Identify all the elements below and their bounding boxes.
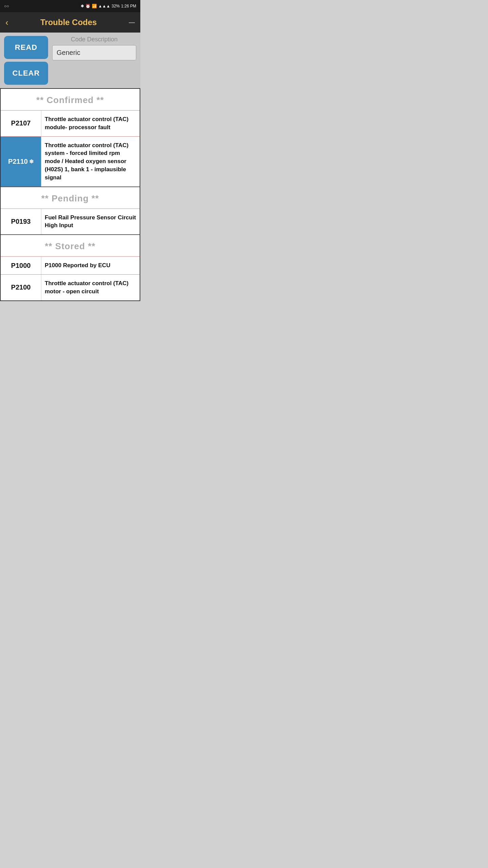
app-header: ‹ Trouble Codes — — [0, 12, 140, 33]
code-description-label: Code Description — [52, 36, 136, 43]
table-row: P1000 P1000 Reported by ECU — [1, 256, 140, 274]
table-row: P0193 Fuel Rail Pressure Sensor Circuit … — [1, 209, 140, 235]
desc-cell-p2110: Throttle actuator control (TAC) system -… — [41, 137, 140, 186]
table-row: P2110 ❄ Throttle actuator control (TAC) … — [1, 136, 140, 186]
code-description-input[interactable] — [52, 45, 136, 60]
battery-level: 32% — [111, 4, 120, 8]
stored-section-header: ** Stored ** — [1, 234, 140, 256]
snowflake-icon: ❄ — [29, 158, 34, 165]
desc-cell-p1000: P1000 Reported by ECU — [41, 257, 140, 274]
clear-button[interactable]: CLEAR — [4, 62, 48, 85]
back-button[interactable]: ‹ — [5, 18, 8, 27]
code-cell-p2110[interactable]: P2110 ❄ — [1, 137, 41, 186]
status-left: ○○ — [4, 4, 9, 8]
signal-icon: ▲▲▲ — [98, 4, 110, 8]
page-title: Trouble Codes — [8, 18, 129, 27]
action-buttons: READ CLEAR — [4, 36, 48, 85]
clock: 1:26 PM — [121, 4, 136, 8]
status-right: ✱ ⏰ 📶 ▲▲▲ 32% 1:26 PM — [81, 4, 136, 8]
code-cell-p1000[interactable]: P1000 — [1, 257, 41, 274]
menu-button[interactable]: — — [129, 19, 135, 26]
alarm-icon: ⏰ — [85, 4, 90, 8]
trouble-codes-table: ** Confirmed ** P2107 Throttle actuator … — [0, 88, 140, 301]
bluetooth-icon: ✱ — [81, 4, 84, 8]
confirmed-section-header: ** Confirmed ** — [1, 89, 140, 110]
wifi-icon: 📶 — [92, 4, 97, 8]
table-row: P2107 Throttle actuator control (TAC) mo… — [1, 110, 140, 136]
status-bar: ○○ ✱ ⏰ 📶 ▲▲▲ 32% 1:26 PM — [0, 0, 140, 12]
desc-cell-p2107: Throttle actuator control (TAC) module- … — [41, 111, 140, 136]
code-cell-p2100[interactable]: P2100 — [1, 275, 41, 300]
code-cell-p0193[interactable]: P0193 — [1, 209, 41, 235]
table-row: P2100 Throttle actuator control (TAC) mo… — [1, 274, 140, 300]
pending-section-header: ** Pending ** — [1, 186, 140, 209]
desc-cell-p2100: Throttle actuator control (TAC) motor - … — [41, 275, 140, 300]
code-cell-p2107[interactable]: P2107 — [1, 111, 41, 136]
controls-area: READ CLEAR Code Description — [0, 33, 140, 88]
read-button[interactable]: READ — [4, 36, 48, 59]
code-description-area: Code Description — [52, 36, 136, 60]
desc-cell-p0193: Fuel Rail Pressure Sensor Circuit High I… — [41, 209, 140, 235]
